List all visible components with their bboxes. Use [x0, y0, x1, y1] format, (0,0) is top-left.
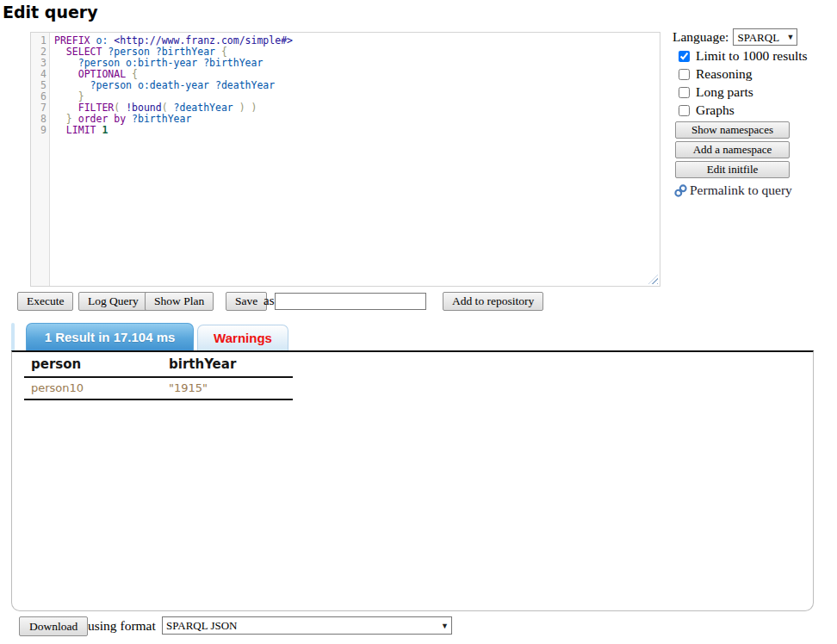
page-title: Edit query	[3, 3, 98, 22]
code-token: FILTER	[78, 102, 115, 114]
code-token: ?deathYear	[174, 102, 233, 114]
line-number: 9	[31, 125, 46, 136]
code-line: ?person o:death-year ?deathYear	[54, 80, 660, 91]
code-token	[245, 102, 251, 114]
code-token	[54, 102, 78, 114]
format-select-wrap: SPARQL JSON ▼	[162, 616, 452, 635]
checkbox-long-parts[interactable]	[679, 87, 690, 98]
format-select[interactable]: SPARQL JSON	[162, 616, 452, 635]
save-button[interactable]: Save	[226, 292, 267, 311]
code-token: order	[78, 113, 108, 125]
code-token: ?deathYear	[215, 79, 275, 91]
save-as-label: as	[264, 294, 275, 308]
code-token	[54, 113, 66, 125]
edit-initfile-button[interactable]: Edit initfile	[675, 161, 790, 178]
code-token	[54, 57, 78, 69]
code-token	[209, 79, 215, 91]
results-table-body: person10"1915"	[24, 377, 293, 399]
code-token: PREFIX	[54, 34, 90, 46]
code-token: ?birthYear	[132, 113, 191, 125]
download-format-label: using format	[88, 618, 156, 634]
tab-1-result-in-17-104-ms[interactable]: 1 Result in 17.104 ms	[26, 323, 194, 350]
permalink-label: Permalink to query	[690, 183, 792, 198]
show-namespaces-button[interactable]: Show namespaces	[675, 121, 790, 139]
code-token: o:	[96, 34, 108, 46]
option-checkboxes: Limit to 1000 resultsReasoningLong parts…	[673, 48, 834, 118]
code-token: 1	[102, 124, 108, 136]
code-token	[150, 46, 156, 58]
add-a-namespace-button[interactable]: Add a namespace	[675, 141, 790, 158]
code-token	[72, 113, 78, 125]
language-select-wrap: SPARQL ▼	[733, 28, 797, 46]
code-token	[126, 68, 132, 80]
code-token: }	[78, 90, 84, 102]
tab-warnings[interactable]: Warnings	[197, 325, 288, 350]
code-token	[54, 68, 78, 80]
permalink-link[interactable]: Permalink to query	[673, 183, 834, 198]
query-editor[interactable]: 123456789 PREFIX o: <http://www.franz.co…	[30, 32, 660, 287]
checkbox-graphs[interactable]	[679, 105, 690, 116]
results-table: personbirthYear person10"1915"	[24, 354, 293, 400]
editor-code[interactable]: PREFIX o: <http://www.franz.com/simple#>…	[50, 33, 660, 286]
code-token	[132, 79, 138, 91]
code-line: } order by ?birthYear	[54, 114, 660, 125]
code-token	[54, 124, 66, 136]
code-token	[54, 90, 78, 102]
language-label: Language:	[673, 29, 728, 45]
code-token: SELECT	[66, 46, 102, 58]
query-options-panel: Language: SPARQL ▼ Limit to 1000 results…	[673, 28, 834, 198]
code-line: LIMIT 1	[54, 125, 660, 136]
save-name-input[interactable]	[275, 293, 426, 310]
execute-button[interactable]: Execute	[17, 292, 73, 311]
checkbox-label: Reasoning	[696, 66, 752, 82]
cell-birthyear[interactable]: "1915"	[162, 377, 293, 399]
code-token: (	[162, 102, 168, 114]
code-token: {	[221, 46, 227, 58]
editor-gutter: 123456789	[31, 33, 50, 286]
checkbox-row-long-parts: Long parts	[679, 84, 834, 100]
link-chain-icon	[673, 183, 688, 198]
checkbox-row-reasoning: Reasoning	[679, 66, 834, 82]
code-token: {	[132, 68, 138, 80]
code-token: ?birthYear	[156, 46, 215, 58]
language-select[interactable]: SPARQL	[733, 28, 797, 46]
code-token: )	[239, 102, 245, 114]
checkbox-limit-to-1000-results[interactable]	[679, 51, 690, 62]
code-token: <http://www.franz.com/simple#>	[114, 34, 293, 46]
namespace-buttons: Show namespacesAdd a namespaceEdit initf…	[673, 121, 834, 178]
checkbox-row-limit-to-1000-results: Limit to 1000 results	[679, 48, 834, 64]
column-header-birthyear: birthYear	[162, 354, 293, 377]
table-row: person10"1915"	[24, 377, 293, 399]
results-panel: personbirthYear person10"1915"	[11, 350, 814, 611]
code-token: by	[114, 113, 126, 125]
code-token: ?person	[78, 57, 120, 69]
cell-person[interactable]: person10	[24, 377, 162, 399]
code-line: ?person o:birth-year ?birthYear	[54, 58, 660, 69]
log-query-button[interactable]: Log Query	[78, 292, 148, 311]
code-token: }	[66, 113, 72, 125]
code-token: ?birthYear	[203, 57, 263, 69]
code-token: OPTIONAL	[78, 68, 126, 80]
code-token: o:death-year	[138, 79, 209, 91]
code-token	[54, 79, 90, 91]
download-button[interactable]: Download	[19, 616, 88, 636]
code-token: ?person	[90, 79, 132, 91]
code-token	[215, 46, 221, 58]
results-table-head: personbirthYear	[24, 354, 293, 377]
code-token	[233, 102, 239, 114]
code-token: ?person	[108, 46, 149, 58]
checkbox-row-graphs: Graphs	[679, 102, 834, 118]
add-to-repository-button[interactable]: Add to repository	[443, 292, 543, 311]
show-plan-button[interactable]: Show Plan	[145, 292, 214, 311]
language-row: Language: SPARQL ▼	[673, 28, 834, 46]
results-tabs: 1 Result in 17.104 msWarnings	[26, 323, 288, 350]
tab-strip	[11, 323, 15, 350]
code-token	[168, 102, 174, 114]
checkbox-reasoning[interactable]	[679, 69, 690, 80]
checkbox-label: Limit to 1000 results	[696, 48, 808, 64]
code-token: )	[251, 102, 257, 114]
code-token: !bound	[126, 102, 162, 114]
code-token	[54, 46, 66, 58]
checkbox-label: Graphs	[696, 102, 735, 118]
column-header-person: person	[24, 354, 162, 377]
